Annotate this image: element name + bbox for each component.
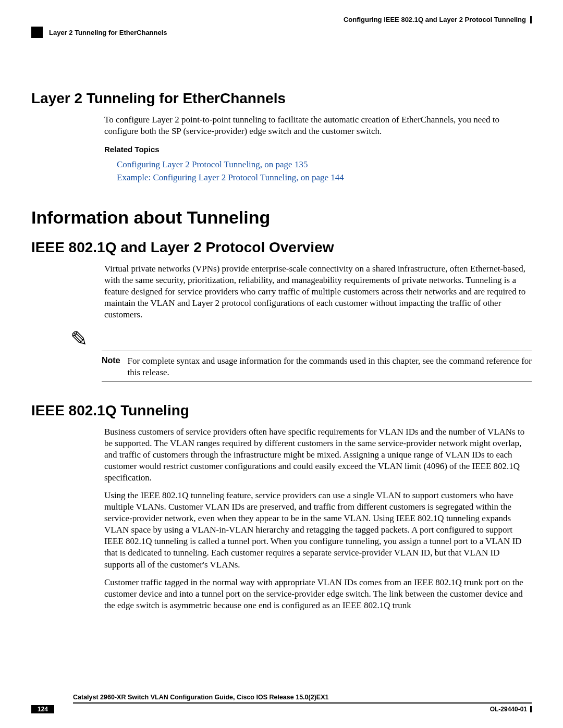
heading-layer2-etherchannels: Layer 2 Tunneling for EtherChannels xyxy=(31,90,532,107)
paragraph: Using the IEEE 802.1Q tunneling feature,… xyxy=(104,490,532,571)
vertical-bar-icon xyxy=(530,706,532,712)
running-section-header: Layer 2 Tunneling for EtherChannels xyxy=(49,29,167,36)
note-icon: ✎ xyxy=(70,330,532,349)
heading-overview: IEEE 802.1Q and Layer 2 Protocol Overvie… xyxy=(31,239,532,256)
heading-info-about-tunneling: Information about Tunneling xyxy=(31,207,532,228)
link-config-l2-tunneling[interactable]: Configuring Layer 2 Protocol Tunneling, … xyxy=(117,159,532,170)
page-number: 124 xyxy=(31,705,54,713)
link-example-config-l2-tunneling[interactable]: Example: Configuring Layer 2 Protocol Tu… xyxy=(117,172,532,183)
related-topics-label: Related Topics xyxy=(104,144,532,155)
footer-guide-title: Catalyst 2960-XR Switch VLAN Configurati… xyxy=(73,694,532,704)
section-marker-icon xyxy=(31,27,43,38)
divider xyxy=(102,381,532,381)
paragraph: Virtual private networks (VPNs) provide … xyxy=(104,263,532,320)
divider xyxy=(102,351,532,351)
document-id: OL-29440-01 xyxy=(490,706,527,713)
vertical-bar-icon xyxy=(530,16,532,23)
paragraph: Customer traffic tagged in the normal wa… xyxy=(104,577,532,611)
note-text: For complete syntax and usage informatio… xyxy=(128,355,532,378)
note-label: Note xyxy=(102,355,120,365)
paragraph: To configure Layer 2 point-to-point tunn… xyxy=(104,114,532,137)
heading-8021q-tunneling: IEEE 802.1Q Tunneling xyxy=(31,402,532,419)
chapter-title: Configuring IEEE 802.1Q and Layer 2 Prot… xyxy=(344,16,526,23)
paragraph: Business customers of service providers … xyxy=(104,426,532,484)
